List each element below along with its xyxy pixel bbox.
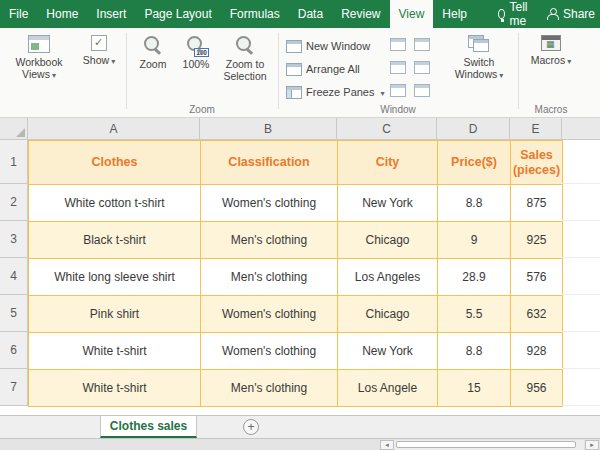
table-cell[interactable]: Los Angeles (338, 259, 438, 296)
row-header-3[interactable]: 3 (0, 221, 27, 258)
tab-insert[interactable]: Insert (87, 0, 135, 28)
table-cell[interactable]: 8.8 (438, 333, 511, 370)
chevron-down-icon (50, 68, 56, 80)
window-group-label: Window (286, 104, 510, 115)
status-bar: ◂ ▸ (0, 438, 600, 450)
table-cell[interactable]: 632 (511, 296, 563, 333)
header-cell[interactable]: Classification (201, 141, 338, 185)
workbook-views-button[interactable]: Workbook Views (6, 31, 72, 103)
macros-button[interactable]: Macros (526, 31, 576, 103)
lightbulb-icon (498, 9, 505, 19)
sheet-tab-clothes-sales[interactable]: Clothes sales (100, 416, 197, 438)
table-cell[interactable]: Pink shirt (29, 296, 201, 333)
chevron-down-icon (109, 54, 115, 66)
tab-page-layout[interactable]: Page Layout (135, 0, 220, 28)
table-cell[interactable]: 956 (511, 370, 563, 407)
table-cell[interactable]: Chicago (338, 222, 438, 259)
header-cell[interactable]: Price($) (438, 141, 511, 185)
tab-view[interactable]: View (390, 0, 434, 28)
view-side-by-side-icon[interactable] (414, 38, 430, 51)
column-header-e[interactable]: E (510, 118, 562, 139)
header-cell[interactable]: Sales (pieces) (511, 141, 563, 185)
unhide-icon[interactable] (390, 84, 406, 97)
share-button[interactable]: Share (539, 0, 600, 28)
row-header-7[interactable]: 7 (0, 369, 27, 406)
table-cell[interactable]: New York (338, 333, 438, 370)
zoom-100-label: 100% (183, 58, 210, 70)
horizontal-scrollbar-thumb[interactable] (396, 441, 576, 448)
table-cell[interactable]: 576 (511, 259, 563, 296)
split-icon[interactable] (390, 38, 406, 51)
column-header-a[interactable]: A (28, 118, 200, 139)
table-cell[interactable]: Black t-shirt (29, 222, 201, 259)
column-header-filler (562, 118, 600, 139)
row-header-5[interactable]: 5 (0, 295, 27, 332)
new-sheet-button[interactable] (243, 419, 259, 435)
row-header-6[interactable]: 6 (0, 332, 27, 369)
person-icon (547, 8, 558, 20)
table-cell[interactable]: Chicago (338, 296, 438, 333)
table-cell[interactable]: White cotton t-shirt (29, 185, 201, 222)
row-header-4[interactable]: 4 (0, 258, 27, 295)
hide-icon[interactable] (390, 61, 406, 74)
freeze-panes-button[interactable]: Freeze Panes (286, 82, 385, 102)
zoom-group-label: Zoom (132, 104, 272, 115)
column-header-b[interactable]: B (200, 118, 337, 139)
macros-icon (541, 35, 561, 51)
table-cell[interactable]: 875 (511, 185, 563, 222)
table-cell[interactable]: 15 (438, 370, 511, 407)
zoom-100-button[interactable]: 100 100% (176, 31, 216, 103)
table-cell[interactable]: 928 (511, 333, 563, 370)
table-cell[interactable]: 28.9 (438, 259, 511, 296)
table-cell[interactable]: New York (338, 185, 438, 222)
reset-window-position-icon[interactable] (414, 84, 430, 97)
header-cell[interactable]: City (338, 141, 438, 185)
arrange-all-button[interactable]: Arrange All (286, 59, 360, 79)
new-window-button[interactable]: New Window (286, 36, 370, 56)
table-cell[interactable]: White t-shirt (29, 333, 201, 370)
zoom-button[interactable]: Zoom (132, 31, 174, 103)
row-header-2[interactable]: 2 (0, 184, 27, 221)
table-cell[interactable]: Los Angele (338, 370, 438, 407)
table-cell[interactable]: White long sleeve shirt (29, 259, 201, 296)
table-cell[interactable]: 8.8 (438, 185, 511, 222)
table-cell[interactable]: 9 (438, 222, 511, 259)
row-header-column: 1 2 3 4 5 6 7 (0, 140, 28, 406)
table-cell[interactable]: Women's clothing (201, 333, 338, 370)
table-cell[interactable]: Women's clothing (201, 296, 338, 333)
sheet-tab-bar: Clothes sales (0, 415, 600, 438)
arrange-all-icon (286, 63, 302, 76)
header-cell[interactable]: Clothes (29, 141, 201, 185)
tab-home[interactable]: Home (37, 0, 87, 28)
tab-help[interactable]: Help (433, 0, 476, 28)
table-cell[interactable]: Men's clothing (201, 259, 338, 296)
table-cell[interactable]: 925 (511, 222, 563, 259)
column-header-d[interactable]: D (437, 118, 510, 139)
macros-label: Macros (531, 54, 565, 66)
arrange-all-label: Arrange All (306, 63, 360, 75)
tell-me-button[interactable]: Tell me (490, 0, 539, 28)
zoom-to-selection-button[interactable]: Zoom to Selection (218, 31, 272, 103)
table-cell[interactable]: Men's clothing (201, 222, 338, 259)
row-header-1[interactable]: 1 (0, 140, 27, 184)
tab-file[interactable]: File (0, 0, 37, 28)
table-cell[interactable]: White t-shirt (29, 370, 201, 407)
synchronous-scrolling-icon[interactable] (414, 61, 430, 74)
tab-formulas[interactable]: Formulas (221, 0, 289, 28)
excel-window: File Home Insert Page Layout Formulas Da… (0, 0, 600, 450)
show-button[interactable]: Show (78, 31, 120, 103)
table-cell[interactable]: 5.5 (438, 296, 511, 333)
tab-review[interactable]: Review (332, 0, 389, 28)
horizontal-scrollbar-track[interactable] (394, 440, 584, 450)
table-cell[interactable]: Men's clothing (201, 370, 338, 407)
table-cell[interactable]: Women's clothing (201, 185, 338, 222)
switch-windows-button[interactable]: Switch Windows (448, 31, 510, 103)
select-all-corner[interactable] (0, 118, 28, 139)
scroll-left-arrow[interactable]: ◂ (380, 440, 394, 450)
tab-data[interactable]: Data (289, 0, 332, 28)
share-label: Share (563, 7, 595, 21)
macros-group-label: Macros (526, 104, 576, 115)
freeze-panes-label: Freeze Panes (306, 86, 374, 98)
scroll-right-arrow[interactable]: ▸ (585, 440, 599, 450)
column-header-c[interactable]: C (337, 118, 437, 139)
